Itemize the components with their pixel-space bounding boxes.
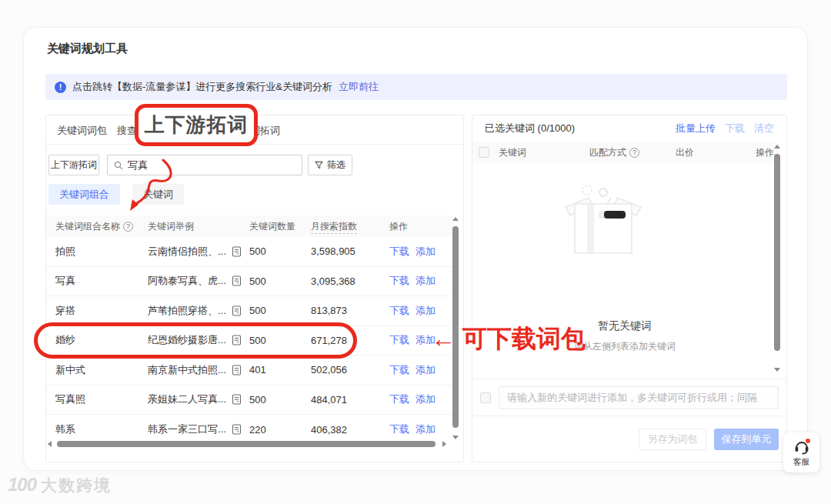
scroll-right-icon[interactable]	[442, 441, 446, 447]
select-all-checkbox[interactable]	[479, 147, 489, 158]
add-link[interactable]: 添加	[416, 245, 436, 259]
download-link[interactable]: 下载	[389, 422, 409, 436]
combo-count: 500	[249, 245, 311, 257]
notice-bar: ! 点击跳转【数据-流量参谋】进行更多搜索行业&关键词分析 立即前往	[45, 74, 787, 100]
add-link[interactable]: 添加	[416, 363, 436, 377]
combo-count: 500	[249, 275, 311, 287]
combo-count: 220	[249, 424, 311, 436]
add-keyword-row	[472, 379, 786, 416]
combo-name: 穿搭	[55, 304, 148, 318]
expand-type-select[interactable]: 上下游拓词	[48, 155, 99, 175]
download-link[interactable]: 下载	[389, 363, 409, 377]
annotation-row-circle	[34, 322, 357, 359]
watermark-logo: 100	[8, 474, 36, 496]
scroll-left-icon[interactable]	[48, 441, 52, 447]
combo-example: 云南情侣拍照、...	[148, 245, 226, 259]
combo-example: 芦苇拍照穿搭、...	[148, 304, 226, 318]
annotation-tab-callout: 上下游拓词	[135, 104, 258, 146]
combo-index: 502,056	[311, 364, 389, 375]
combo-name: 写真	[55, 274, 148, 288]
col-keyword: 关键词	[499, 146, 589, 159]
col-example: 关键词举例	[148, 220, 249, 233]
scroll-up-icon[interactable]	[452, 217, 459, 221]
main-card: 关键词规划工具 ! 点击跳转【数据-流量参谋】进行更多搜索行业&关键词分析 立即…	[23, 27, 808, 471]
add-link[interactable]: 添加	[416, 392, 436, 406]
add-link[interactable]: 添加	[416, 274, 436, 288]
info-icon: !	[55, 82, 66, 93]
table-row[interactable]: 穿搭 芦苇拍照穿搭、... 500 813,873 下载添加	[46, 296, 454, 326]
save-as-pack-button[interactable]: 另存为词包	[639, 429, 706, 450]
selected-count-title: 已选关键词 (0/1000)	[485, 122, 575, 135]
pill-keyword-combo[interactable]: 关键词组合	[48, 184, 120, 205]
table-row[interactable]: 拍照 云南情侣拍照、... 500 3,598,905 下载添加	[46, 237, 454, 267]
download-link[interactable]: 下载	[725, 122, 745, 135]
combo-index: 406,382	[311, 424, 389, 436]
customer-support-button[interactable]: 客服	[783, 432, 819, 472]
help-icon[interactable]: ?	[123, 222, 133, 232]
tab-keyword-pack[interactable]: 关键词词包	[57, 124, 107, 138]
filter-label: 筛选	[327, 159, 345, 172]
scrollbar-thumb[interactable]	[774, 154, 780, 351]
watermark-text: 大数跨境	[41, 475, 112, 496]
new-keyword-checkbox[interactable]	[480, 392, 491, 403]
add-link[interactable]: 添加	[416, 304, 436, 318]
annotation-squiggle-arrow-icon	[122, 155, 183, 212]
combo-index: 484,071	[311, 394, 389, 406]
word-list-icon[interactable]	[232, 424, 242, 435]
notice-go-link[interactable]: 立即前往	[339, 80, 379, 94]
empty-box-icon	[559, 182, 648, 259]
app-root: 关键词规划工具 ! 点击跳转【数据-流量参谋】进行更多搜索行业&关键词分析 立即…	[0, 0, 831, 504]
notice-text: 点击跳转【数据-流量参谋】进行更多搜索行业&关键词分析	[72, 80, 332, 94]
combo-example: 南京新中式拍照...	[148, 363, 226, 377]
add-link[interactable]: 添加	[416, 422, 436, 436]
col-month-index: 月搜索指数	[311, 220, 389, 233]
table-row[interactable]: 写真 阿勒泰写真、虎... 500 3,095,368 下载添加	[46, 267, 454, 297]
combo-name: 写真照	[55, 392, 148, 406]
combo-index: 3,095,368	[311, 275, 389, 287]
combo-name: 拍照	[55, 245, 148, 259]
selected-footer: 另存为词包 保存到单元	[472, 416, 786, 462]
word-list-icon[interactable]	[232, 275, 242, 286]
watermark: 100 大数跨境	[8, 474, 112, 496]
save-to-unit-button[interactable]: 保存到单元	[714, 429, 779, 450]
table-row[interactable]: 新中式 南京新中式拍照... 401 502,056 下载添加	[46, 355, 454, 386]
bulk-upload-link[interactable]: 批量上传	[676, 122, 716, 135]
col-actions: 操作	[389, 220, 454, 233]
combo-index: 813,873	[311, 305, 389, 316]
download-link[interactable]: 下载	[389, 245, 409, 259]
selected-table-header: 关键词 匹配方式 ? 出价 操作	[472, 142, 777, 163]
left-horizontal-scrollbar[interactable]	[48, 439, 463, 449]
new-keyword-input[interactable]	[499, 386, 779, 409]
support-label: 客服	[793, 456, 810, 468]
download-link[interactable]: 下载	[389, 274, 409, 288]
col-count: 关键词数量	[249, 220, 311, 233]
combo-example: 阿勒泰写真、虎...	[148, 274, 226, 288]
combo-count: 500	[249, 305, 311, 316]
clear-link[interactable]: 清空	[754, 122, 774, 135]
combo-index: 3,598,905	[311, 245, 389, 257]
funnel-icon	[315, 161, 323, 169]
scroll-up-icon[interactable]	[774, 145, 780, 149]
annotation-download-label: ← 可下载词包	[431, 322, 586, 356]
selected-header: 已选关键词 (0/1000) 批量上传 下载 清空	[472, 115, 786, 142]
selected-keywords-panel: 已选关键词 (0/1000) 批量上传 下载 清空 关键词 匹配方式 ? 出价 …	[472, 115, 787, 462]
combo-count: 401	[249, 364, 311, 375]
scrollbar-thumb[interactable]	[57, 441, 436, 447]
left-toolbar: 上下游拓词 筛选	[46, 155, 463, 176]
download-link[interactable]: 下载	[389, 304, 409, 318]
table-row[interactable]: 写真照 亲姐妹二人写真... 500 484,071 下载添加	[46, 386, 454, 416]
word-list-icon[interactable]	[232, 394, 242, 405]
word-list-icon[interactable]	[232, 365, 242, 375]
download-link[interactable]: 下载	[389, 333, 409, 347]
col-bid: 出价	[676, 146, 756, 159]
filter-button[interactable]: 筛选	[308, 155, 352, 175]
download-link[interactable]: 下载	[389, 392, 409, 406]
scroll-down-icon[interactable]	[774, 368, 780, 372]
word-list-icon[interactable]	[232, 246, 242, 257]
headset-icon	[793, 438, 810, 455]
combo-example: 亲姐妹二人写真...	[148, 392, 226, 406]
right-vertical-scrollbar[interactable]	[773, 145, 782, 375]
combo-table-header: 关键词组合名称 ? 关键词举例 关键词数量 月搜索指数 操作	[46, 215, 454, 237]
word-list-icon[interactable]	[232, 305, 242, 316]
help-icon[interactable]: ?	[629, 148, 639, 158]
